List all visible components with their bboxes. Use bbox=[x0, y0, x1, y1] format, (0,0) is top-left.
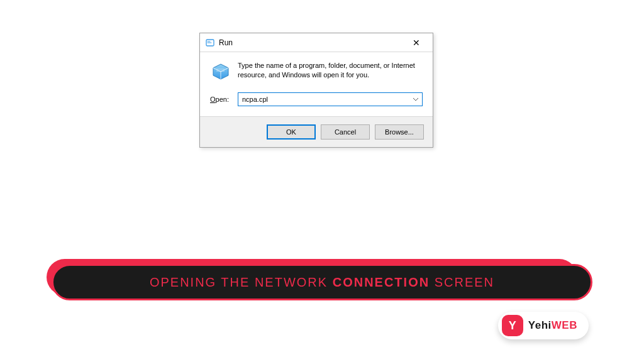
open-input[interactable] bbox=[238, 92, 423, 106]
ok-button[interactable]: OK bbox=[267, 124, 316, 140]
brand-name: YehiWEB bbox=[528, 319, 577, 332]
brand-logo-icon: Y bbox=[502, 315, 523, 336]
dialog-body: Type the name of a program, folder, docu… bbox=[200, 52, 433, 116]
dialog-title: Run bbox=[219, 38, 404, 47]
banner-bar: OPENING THE NETWORK CONNECTION SCREEN bbox=[52, 264, 592, 300]
titlebar[interactable]: Run ✕ bbox=[200, 33, 433, 52]
close-button[interactable]: ✕ bbox=[404, 34, 429, 52]
button-row: OK Cancel Browse... bbox=[200, 116, 433, 147]
instruction-text: Type the name of a program, folder, docu… bbox=[238, 61, 423, 82]
caption-text: OPENING THE NETWORK CONNECTION SCREEN bbox=[150, 275, 494, 290]
open-label: Open: bbox=[210, 96, 231, 103]
run-dialog: Run ✕ Type the name of bbox=[199, 33, 433, 148]
instruction-row: Type the name of a program, folder, docu… bbox=[210, 61, 423, 82]
caption-banner: OPENING THE NETWORK CONNECTION SCREEN bbox=[52, 264, 592, 300]
close-icon: ✕ bbox=[413, 38, 420, 48]
open-combobox[interactable] bbox=[238, 92, 423, 106]
open-row: Open: bbox=[210, 92, 423, 106]
brand-badge: Y YehiWEB bbox=[498, 312, 589, 339]
run-app-icon bbox=[205, 38, 215, 48]
browse-button[interactable]: Browse... bbox=[375, 124, 424, 140]
cancel-button[interactable]: Cancel bbox=[321, 124, 370, 140]
run-box-icon bbox=[210, 61, 231, 82]
